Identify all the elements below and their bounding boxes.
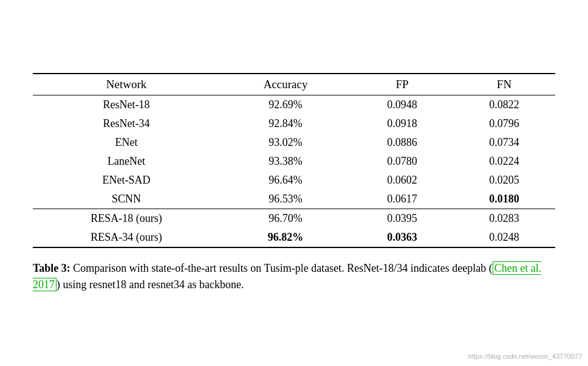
cell-fp: 0.0617 [351,190,453,209]
caption-text-before: Comparison with state-of-the-art results… [73,262,492,274]
cell-accuracy: 93.02% [220,133,351,152]
cell-network: ENet [33,133,220,152]
cell-fp: 0.0602 [351,171,453,190]
cell-accuracy: 96.53% [220,190,351,209]
caption-text-after: ) using resnet18 and resnet34 as backbon… [56,278,244,291]
cell-accuracy: 96.70% [220,209,351,229]
table-row: LaneNet93.38%0.07800.0224 [33,152,555,171]
table-container: Network Accuracy FP FN ResNet-1892.69%0.… [33,73,555,293]
cell-fn: 0.0734 [453,133,555,152]
cell-network: RESA-18 (ours) [33,209,220,229]
cell-accuracy: 92.69% [220,95,351,115]
caption-label: Table 3: [33,262,70,274]
cell-accuracy: 96.82% [220,228,351,247]
cell-fn: 0.0224 [453,152,555,171]
table-row: ENet93.02%0.08860.0734 [33,133,555,152]
results-table: Network Accuracy FP FN ResNet-1892.69%0.… [33,73,555,248]
cell-network: ResNet-34 [33,114,220,133]
cell-fp: 0.0780 [351,152,453,171]
cell-fp: 0.0886 [351,133,453,152]
cell-accuracy: 96.64% [220,171,351,190]
cell-network: RESA-34 (ours) [33,228,220,247]
cell-fp: 0.0363 [351,228,453,247]
cell-fn: 0.0180 [453,190,555,209]
cell-network: ENet-SAD [33,171,220,190]
cell-network: LaneNet [33,152,220,171]
table-header-row: Network Accuracy FP FN [33,74,555,95]
cell-fn: 0.0283 [453,209,555,229]
table-row: ResNet-3492.84%0.09180.0796 [33,114,555,133]
cell-fp: 0.0395 [351,209,453,229]
table-row: RESA-34 (ours)96.82%0.03630.0248 [33,228,555,247]
col-network: Network [33,74,220,95]
cell-fn: 0.0796 [453,114,555,133]
watermark: https://blog.csdn.net/weixin_43770077 [468,353,582,360]
cell-accuracy: 92.84% [220,114,351,133]
col-accuracy: Accuracy [220,74,351,95]
cell-fn: 0.0822 [453,95,555,115]
table-row: SCNN96.53%0.06170.0180 [33,190,555,209]
cell-fn: 0.0248 [453,228,555,247]
cell-fp: 0.0948 [351,95,453,115]
table-row: RESA-18 (ours)96.70%0.03950.0283 [33,209,555,229]
cell-network: ResNet-18 [33,95,220,115]
col-fn: FN [453,74,555,95]
col-fp: FP [351,74,453,95]
cell-fn: 0.0205 [453,171,555,190]
cell-network: SCNN [33,190,220,209]
table-row: ResNet-1892.69%0.09480.0822 [33,95,555,115]
cell-accuracy: 93.38% [220,152,351,171]
cell-fp: 0.0918 [351,114,453,133]
table-caption: Table 3: Comparison with state-of-the-ar… [33,260,555,293]
table-row: ENet-SAD96.64%0.06020.0205 [33,171,555,190]
